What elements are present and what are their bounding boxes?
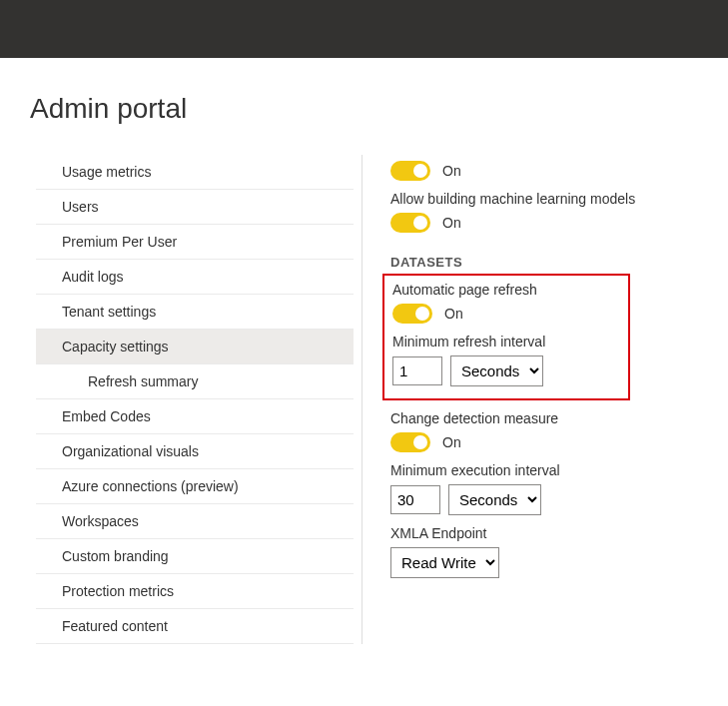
sidebar-item-tenant-settings[interactable]: Tenant settings bbox=[36, 295, 354, 330]
datasets-section-header: DATASETS bbox=[390, 255, 704, 270]
sidebar-item-organizational-visuals[interactable]: Organizational visuals bbox=[36, 434, 354, 469]
min-exec-interval-input[interactable] bbox=[390, 485, 440, 514]
page-title: Admin portal bbox=[30, 93, 704, 125]
sidebar-item-azure-connections[interactable]: Azure connections (preview) bbox=[36, 469, 354, 504]
auto-page-refresh-label: Automatic page refresh bbox=[392, 282, 620, 298]
min-refresh-interval-label: Minimum refresh interval bbox=[392, 334, 620, 350]
top-bar bbox=[0, 0, 728, 58]
change-detection-label: Change detection measure bbox=[390, 410, 704, 426]
toggle-ml-models-label: On bbox=[442, 215, 461, 231]
toggle-change-detection-label: On bbox=[442, 434, 461, 450]
min-refresh-interval-input[interactable] bbox=[392, 356, 442, 385]
min-exec-interval-label: Minimum execution interval bbox=[390, 462, 704, 478]
sidebar-item-embed-codes[interactable]: Embed Codes bbox=[36, 399, 354, 434]
vertical-divider bbox=[362, 155, 363, 644]
highlight-box: Automatic page refresh On Minimum refres… bbox=[382, 274, 630, 400]
sidebar-item-protection-metrics[interactable]: Protection metrics bbox=[36, 574, 354, 609]
min-exec-interval-unit[interactable]: Seconds bbox=[448, 484, 541, 515]
sidebar-item-usage-metrics[interactable]: Usage metrics bbox=[36, 155, 354, 190]
sidebar: Usage metricsUsersPremium Per UserAudit … bbox=[24, 155, 354, 644]
toggle-auto-page-refresh[interactable] bbox=[392, 304, 432, 324]
sidebar-item-workspaces[interactable]: Workspaces bbox=[36, 504, 354, 539]
sidebar-item-audit-logs[interactable]: Audit logs bbox=[36, 260, 354, 295]
ml-models-label: Allow building machine learning models bbox=[390, 191, 704, 207]
sidebar-item-premium-per-user[interactable]: Premium Per User bbox=[36, 225, 354, 260]
sidebar-item-custom-branding[interactable]: Custom branding bbox=[36, 539, 354, 574]
toggle-generic-1[interactable] bbox=[390, 161, 430, 181]
toggle-change-detection[interactable] bbox=[390, 432, 430, 452]
sidebar-item-users[interactable]: Users bbox=[36, 190, 354, 225]
xmla-endpoint-label: XMLA Endpoint bbox=[390, 525, 704, 541]
min-refresh-interval-unit[interactable]: Seconds bbox=[450, 355, 543, 386]
toggle-ml-models[interactable] bbox=[390, 213, 430, 233]
sidebar-item-refresh-summary[interactable]: Refresh summary bbox=[36, 364, 354, 399]
toggle-generic-1-label: On bbox=[442, 163, 461, 179]
toggle-auto-page-refresh-label: On bbox=[444, 306, 463, 322]
xmla-endpoint-select[interactable]: Read Write bbox=[390, 547, 499, 578]
sidebar-item-capacity-settings[interactable]: Capacity settings bbox=[36, 330, 354, 364]
sidebar-item-featured-content[interactable]: Featured content bbox=[36, 609, 354, 644]
main-panel: On Allow building machine learning model… bbox=[390, 155, 704, 644]
